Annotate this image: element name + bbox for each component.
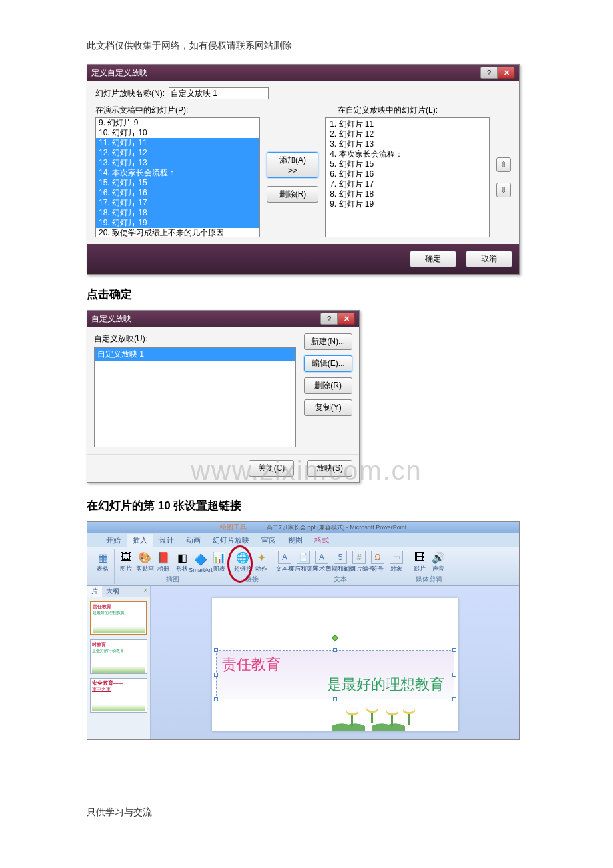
help-button[interactable]: ?: [480, 67, 498, 79]
resize-handle[interactable]: [214, 673, 218, 677]
text-frame[interactable]: 责任教育 是最好的理想教育: [216, 650, 454, 699]
ribbon-icon: A: [278, 551, 291, 564]
copy-button[interactable]: 复制(Y): [304, 399, 352, 416]
ribbon-button[interactable]: 📊图表: [212, 551, 227, 573]
slide-edit-area: 责任教育 是最好的理想教育: [151, 586, 519, 739]
movie-button[interactable]: 🎞影片: [412, 551, 427, 573]
slide-thumbnail[interactable]: 责任教育是最好的理想教育: [90, 601, 147, 635]
list-item[interactable]: 4. 本次家长会流程：: [327, 149, 488, 159]
ribbon-button[interactable]: 🔷SmartArt: [193, 553, 208, 573]
list-item[interactable]: 12. 幻灯片 12: [96, 148, 259, 158]
ribbon-tab-format[interactable]: 格式: [309, 534, 334, 547]
hyperlink-icon: 🌐: [236, 551, 249, 564]
slide-panel: 片 大纲 × 责任教育是最好的理想教育时教育是最好的行动教育安全教育——重中之重: [87, 586, 151, 739]
resize-handle[interactable]: [452, 697, 456, 701]
list-item[interactable]: 自定义放映 1: [95, 348, 295, 361]
list-item[interactable]: 13. 幻灯片 13: [96, 158, 259, 168]
ribbon-tab[interactable]: 幻灯片放映: [207, 534, 255, 547]
ribbon-button[interactable]: 🖼图片: [119, 551, 133, 573]
movie-icon: 🎞: [413, 551, 426, 564]
remove-button[interactable]: 删除(R): [267, 186, 318, 203]
resize-handle[interactable]: [452, 673, 456, 677]
list-item[interactable]: 17. 幻灯片 17: [96, 198, 259, 208]
powerpoint-window: 绘图工具 高二7班家长会.ppt [兼容模式] - Microsoft Powe…: [87, 521, 520, 740]
close-button[interactable]: ✕: [338, 313, 355, 325]
action-button[interactable]: ✦动作: [254, 551, 269, 573]
list-item[interactable]: 11. 幻灯片 11: [96, 138, 259, 148]
list-item[interactable]: 19. 幻灯片 19: [96, 218, 259, 228]
cancel-button[interactable]: 取消: [466, 251, 512, 267]
list-item[interactable]: 18. 幻灯片 18: [96, 208, 259, 218]
table-button[interactable]: ▦表格: [95, 551, 110, 573]
list-item[interactable]: 1. 幻灯片 11: [327, 119, 488, 129]
ribbon-tab[interactable]: 开始: [101, 534, 126, 547]
edit-button[interactable]: 编辑(E)...: [304, 355, 352, 372]
flower-graphic: [332, 698, 425, 731]
add-button[interactable]: 添加(A) >>: [267, 152, 318, 178]
close-pane-icon[interactable]: ×: [141, 586, 150, 597]
list-item[interactable]: 9. 幻灯片 9: [96, 118, 259, 128]
ribbon-button[interactable]: ▭对象: [389, 551, 404, 573]
slide-canvas[interactable]: 责任教育 是最好的理想教育: [212, 598, 458, 731]
resize-handle[interactable]: [214, 648, 218, 652]
ribbon-button[interactable]: 🎨剪贴画: [137, 551, 152, 573]
ribbon-icon: 🎨: [138, 551, 151, 564]
delete-button[interactable]: 删除(R): [304, 377, 352, 394]
ribbon-tab[interactable]: 视图: [283, 534, 308, 547]
list-item[interactable]: 6. 幻灯片 16: [327, 169, 488, 179]
resize-handle[interactable]: [333, 648, 337, 652]
show-name-input[interactable]: [169, 87, 269, 99]
ribbon-tab[interactable]: 设计: [154, 534, 179, 547]
group-label: 文本: [277, 575, 404, 584]
slide-thumbnail[interactable]: 时教育是最好的行动教育: [90, 639, 147, 674]
help-button[interactable]: ?: [320, 313, 338, 325]
list-item[interactable]: 14. 本次家长会流程：: [96, 168, 259, 178]
sound-button[interactable]: 🔊声音: [431, 551, 446, 573]
list-item[interactable]: 15. 幻灯片 15: [96, 178, 259, 188]
ribbon-tab[interactable]: 动画: [181, 534, 206, 547]
list-item[interactable]: 2. 幻灯片 12: [327, 129, 488, 139]
ribbon-icon: #: [352, 551, 366, 564]
ribbon-group-illustrations: 🖼图片🎨剪贴画📕相册◧形状🔷SmartArt📊图表 插图: [115, 549, 231, 584]
source-list-label: 在演示文稿中的幻灯片(P):: [95, 105, 262, 116]
resize-handle[interactable]: [214, 697, 218, 701]
list-item[interactable]: 3. 幻灯片 13: [327, 139, 488, 149]
slides-tab[interactable]: 片: [87, 586, 102, 597]
ribbon-tab[interactable]: 审阅: [256, 534, 281, 547]
ribbon-tab[interactable]: 插入: [127, 534, 153, 547]
group-label: 媒体剪辑: [412, 575, 446, 584]
slide-thumbnail[interactable]: 安全教育——重中之重: [90, 678, 147, 713]
outline-tab[interactable]: 大纲: [102, 586, 123, 597]
hyperlink-button[interactable]: 🌐超链接: [235, 551, 250, 573]
list-item[interactable]: 20. 致使学习成绩上不来的几个原因: [96, 228, 259, 237]
list-item[interactable]: 16. 幻灯片 16: [96, 188, 259, 198]
new-button[interactable]: 新建(N)...: [304, 333, 352, 350]
ribbon-button[interactable]: ◧形状: [175, 551, 189, 573]
list-item[interactable]: 9. 幻灯片 19: [327, 199, 488, 209]
titlebar: 定义自定义放映 ? ✕: [87, 65, 519, 81]
move-up-button[interactable]: ⇧: [496, 157, 511, 172]
source-slides-listbox[interactable]: 9. 幻灯片 910. 幻灯片 1011. 幻灯片 1112. 幻灯片 1213…: [95, 117, 260, 237]
resize-handle[interactable]: [452, 648, 456, 652]
ribbon-button[interactable]: 📄页眉和页脚: [296, 551, 310, 573]
target-slides-listbox[interactable]: 1. 幻灯片 112. 幻灯片 123. 幻灯片 134. 本次家长会流程：5.…: [325, 117, 490, 237]
sound-icon: 🔊: [432, 551, 445, 564]
list-item[interactable]: 10. 幻灯片 10: [96, 128, 259, 138]
ribbon-icon: 📕: [157, 551, 170, 564]
ribbon-group-media: 🎞影片 🔊声音 媒体剪辑: [408, 549, 450, 584]
ribbon-button[interactable]: #幻灯片编号: [352, 551, 366, 573]
ribbon-button[interactable]: Ω符号: [370, 551, 385, 573]
rotation-handle[interactable]: [332, 635, 338, 641]
move-down-button[interactable]: ⇩: [496, 183, 511, 197]
dialog-title: 定义自定义放映: [91, 67, 147, 79]
list-item[interactable]: 8. 幻灯片 18: [327, 189, 488, 199]
slide-text-line1: 责任教育: [222, 655, 448, 675]
shows-listbox[interactable]: 自定义放映 1: [94, 347, 296, 447]
list-item[interactable]: 5. 幻灯片 15: [327, 159, 488, 169]
doc-footer: 只供学习与交流: [87, 807, 526, 819]
ribbon-button[interactable]: 📕相册: [156, 551, 171, 573]
ok-button[interactable]: 确定: [410, 251, 456, 267]
close-button[interactable]: ✕: [498, 67, 515, 79]
ribbon: ▦表格 🖼图片🎨剪贴画📕相册◧形状🔷SmartArt📊图表 插图 🌐超链接 ✦动…: [87, 547, 519, 586]
list-item[interactable]: 7. 幻灯片 17: [327, 179, 488, 189]
